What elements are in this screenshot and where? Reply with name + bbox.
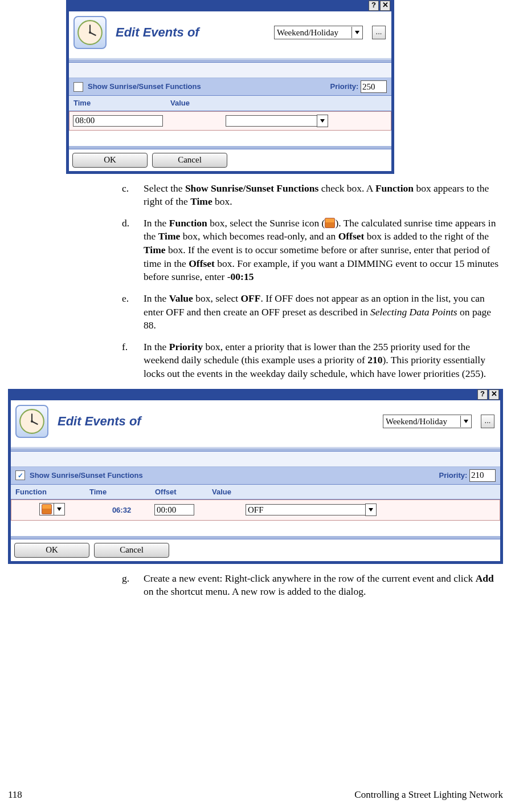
cancel-button[interactable]: Cancel — [94, 543, 169, 558]
ok-button[interactable]: OK — [14, 543, 89, 558]
schedule-select-value: Weekend/Holiday — [386, 416, 447, 427]
priority-label: Priority: — [439, 470, 468, 481]
page-number: 118 — [8, 789, 22, 802]
svg-marker-10 — [464, 420, 468, 423]
dialog-title: Edit Events of — [116, 24, 199, 41]
value-field[interactable] — [246, 504, 377, 516]
chevron-down-icon — [460, 416, 471, 427]
time-input[interactable] — [73, 115, 163, 127]
chevron-down-icon — [351, 27, 362, 38]
dialog-title: Edit Events of — [58, 413, 141, 430]
help-button[interactable]: ? — [369, 1, 379, 11]
edit-events-dialog-2: ? ✕ Edit Events of Weekend/Holiday ... S… — [8, 389, 503, 564]
col-value: Value — [212, 487, 231, 497]
offset-input[interactable] — [154, 504, 194, 515]
close-button[interactable]: ✕ — [489, 389, 499, 400]
instruction-list-2: g. Create a new event: Right-click anywh… — [8, 572, 503, 599]
value-input[interactable] — [226, 115, 317, 127]
browse-button[interactable]: ... — [372, 26, 386, 39]
function-select[interactable] — [54, 503, 65, 515]
sunrise-icon — [325, 218, 335, 228]
svg-marker-11 — [57, 508, 62, 511]
show-sunrise-checkbox[interactable] — [73, 82, 83, 92]
column-headers: Function Time Offset Value — [11, 485, 500, 500]
step-e: e. In the Value box, select OFF. If OFF … — [8, 292, 503, 332]
chevron-down-icon[interactable] — [317, 115, 328, 127]
step-c: c. Select the Show Sunrise/Sunset Functi… — [8, 182, 503, 209]
dialog-header: Edit Events of Weekend/Holiday ... — [69, 11, 391, 59]
show-sunrise-checkbox[interactable] — [15, 470, 25, 480]
schedule-select[interactable]: Weekend/Holiday — [383, 415, 472, 428]
ok-button[interactable]: OK — [72, 153, 148, 168]
edit-events-dialog-1: ? ✕ Edit Events of Weekend/Holiday ... S… — [66, 0, 394, 174]
step-d: d. In the Function box, select the Sunri… — [8, 217, 503, 284]
options-row: Show Sunrise/Sunset Functions Priority: — [69, 78, 391, 96]
footer-title: Controlling a Street Lighting Network — [354, 789, 503, 802]
event-row[interactable] — [69, 111, 391, 131]
step-g: g. Create a new event: Right-click anywh… — [8, 572, 503, 599]
browse-button[interactable]: ... — [481, 415, 494, 428]
show-sunrise-label: Show Sunrise/Sunset Functions — [30, 470, 143, 481]
button-row: OK Cancel — [11, 539, 500, 561]
svg-marker-4 — [355, 31, 359, 34]
clock-icon — [73, 16, 107, 49]
col-value: Value — [170, 98, 190, 108]
col-function: Function — [15, 487, 89, 497]
column-headers: Time Value — [69, 96, 391, 111]
value-field[interactable] — [226, 115, 328, 127]
dialog-titlebar: ? ✕ — [69, 0, 391, 11]
show-sunrise-label: Show Sunrise/Sunset Functions — [88, 82, 201, 92]
help-button[interactable]: ? — [477, 389, 488, 400]
close-button[interactable]: ✕ — [380, 1, 390, 11]
options-row: Show Sunrise/Sunset Functions Priority: — [11, 467, 500, 485]
col-time: Time — [73, 98, 170, 108]
svg-point-9 — [31, 420, 33, 423]
dialog-titlebar: ? ✕ — [11, 389, 500, 400]
time-readonly: 06:32 — [89, 505, 154, 515]
svg-marker-5 — [320, 119, 325, 123]
step-f: f. In the Priority box, enter a priority… — [8, 340, 503, 381]
chevron-down-icon[interactable] — [365, 504, 377, 516]
value-input[interactable] — [246, 504, 365, 515]
sunrise-icon — [42, 504, 52, 514]
cancel-button[interactable]: Cancel — [152, 153, 227, 168]
dialog-header: Edit Events of Weekend/Holiday ... — [11, 400, 500, 448]
svg-point-3 — [89, 31, 91, 34]
event-row[interactable]: 06:32 — [11, 500, 500, 521]
priority-label: Priority: — [330, 82, 359, 92]
col-offset: Offset — [155, 487, 212, 497]
priority-input[interactable] — [361, 80, 387, 93]
button-row: OK Cancel — [69, 149, 391, 171]
col-time: Time — [89, 487, 155, 497]
instruction-list: c. Select the Show Sunrise/Sunset Functi… — [8, 182, 503, 381]
svg-marker-12 — [369, 508, 373, 511]
schedule-select-value: Weekend/Holiday — [277, 27, 338, 38]
priority-input[interactable] — [469, 469, 496, 482]
clock-icon — [15, 405, 48, 438]
schedule-select[interactable]: Weekend/Holiday — [274, 26, 363, 39]
